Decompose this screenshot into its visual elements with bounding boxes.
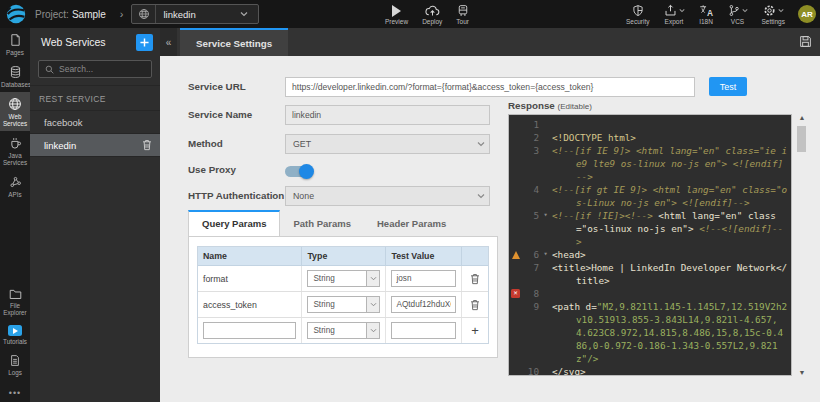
sidebar-item-java-services[interactable]: Java Services — [0, 131, 30, 170]
new-param-name-input[interactable] — [203, 322, 296, 339]
language-icon: A — [699, 4, 714, 17]
sidebar-item-file-explorer[interactable]: File Explorer — [0, 283, 30, 320]
deploy-button[interactable]: Deploy — [415, 0, 449, 28]
tour-button[interactable]: Tour — [449, 0, 476, 28]
search-input[interactable] — [59, 64, 144, 74]
sidebar-item-web-services[interactable]: Web Services — [0, 92, 30, 131]
chevron-down-icon — [679, 8, 685, 13]
service-item-linkedin[interactable]: linkedin — [30, 134, 160, 157]
line-number: 6 — [522, 248, 541, 261]
param-type-select[interactable]: String — [307, 322, 380, 339]
database-icon — [1, 65, 29, 79]
save-icon[interactable] — [799, 35, 812, 48]
gear-icon — [763, 4, 776, 17]
response-label: Response (Editable) — [508, 100, 592, 111]
tab-path-params[interactable]: Path Params — [280, 212, 364, 236]
method-select[interactable]: GET — [285, 134, 490, 154]
code-line: 10</svg> — [509, 365, 791, 376]
params-table-header: Name Type Test Value — [198, 247, 488, 266]
params-table: Name Type Test Value format String — [197, 246, 489, 344]
line-number: 3 — [522, 144, 541, 157]
line-number: 8 — [522, 287, 541, 300]
chevron-down-icon — [366, 297, 379, 312]
editor-scrollbar[interactable]: ▲ ▼ — [796, 114, 808, 376]
branch-icon — [728, 4, 740, 17]
cloud-upload-icon — [425, 4, 440, 17]
delete-row-icon[interactable] — [470, 299, 480, 311]
security-button[interactable]: Security — [619, 4, 656, 25]
chevron-down-icon — [366, 271, 379, 286]
use-proxy-label: Use Proxy — [188, 164, 236, 175]
fold-marker-icon[interactable]: ▾ — [541, 248, 550, 261]
service-name-label: Service Name — [188, 109, 252, 120]
chevron-down-icon — [742, 8, 748, 13]
user-avatar[interactable]: AR — [798, 5, 816, 23]
tab-header-params[interactable]: Header Params — [364, 212, 459, 236]
sidebar-item-databases[interactable]: Databases — [0, 60, 30, 92]
col-type: Type — [302, 247, 386, 265]
tab-query-params[interactable]: Query Params — [188, 210, 280, 236]
sidebar-item-pages[interactable]: Pages — [0, 28, 30, 60]
sidebar-item-apis[interactable]: APIs — [0, 170, 30, 202]
param-row-format: format String — [198, 266, 488, 292]
add-row-icon[interactable]: + — [471, 326, 479, 336]
export-icon — [664, 4, 677, 17]
param-row-access-token: access_token String — [198, 292, 488, 318]
param-type-select[interactable]: String — [307, 270, 380, 287]
code-line: 1 — [509, 118, 791, 131]
scroll-up-icon[interactable]: ▲ — [796, 114, 808, 121]
code-line: 3<!--[if IE 9]> <html lang="en" class="i… — [509, 144, 791, 183]
sidebar-item-logs[interactable]: Logs — [0, 349, 30, 380]
service-selector-value: linkedin — [156, 9, 240, 20]
tab-service-settings[interactable]: Service Settings — [180, 28, 288, 56]
export-button[interactable]: Export — [657, 4, 692, 25]
delete-row-icon[interactable] — [470, 273, 480, 285]
fold-marker-icon[interactable]: ▾ — [541, 209, 550, 222]
i18n-button[interactable]: A I18N — [692, 4, 721, 25]
panel-title: Web Services — [41, 36, 136, 48]
vcs-button[interactable]: VCS — [721, 4, 755, 25]
more-options-icon[interactable]: ••• — [0, 388, 30, 398]
http-auth-select[interactable]: None — [285, 186, 490, 206]
param-type-select[interactable]: String — [307, 296, 380, 313]
preview-button[interactable]: Preview — [378, 0, 415, 28]
param-test-value-input[interactable] — [391, 270, 455, 287]
chevron-down-icon — [240, 11, 258, 17]
delete-service-icon[interactable] — [142, 139, 152, 151]
code-line: 6▾<head> — [509, 248, 791, 261]
line-number: 4 — [522, 183, 541, 196]
wavemaker-logo-icon[interactable] — [5, 3, 27, 25]
error-icon: ✕ — [511, 289, 520, 298]
search-row — [30, 56, 160, 86]
col-name: Name — [198, 247, 302, 265]
settings-button[interactable]: Settings — [755, 4, 793, 25]
response-editor[interactable]: 12<!DOCTYPE html>3<!--[if IE 9]> <html l… — [508, 114, 792, 376]
svg-text:A: A — [706, 7, 712, 17]
scroll-thumb[interactable] — [797, 126, 806, 152]
globe-icon — [132, 5, 156, 23]
param-name: access_token — [198, 292, 302, 317]
page-icon — [1, 33, 29, 47]
service-name-input[interactable] — [285, 105, 490, 125]
collapse-panel-button[interactable]: « — [160, 28, 177, 56]
test-button[interactable]: Test — [709, 77, 747, 96]
param-test-value-input[interactable] — [391, 296, 455, 313]
shield-icon — [632, 4, 644, 17]
params-tabs: Query Params Path Params Header Params — [188, 210, 459, 236]
code-line: 5▾<!--[if !IE]><!--> <html lang="en" cla… — [509, 209, 791, 248]
scroll-down-icon[interactable]: ▼ — [796, 369, 808, 376]
service-selector-dropdown[interactable]: linkedin — [131, 4, 259, 24]
topbar-left: Project:Sample › linkedin — [0, 0, 259, 28]
service-item-facebook[interactable]: facebook — [30, 111, 160, 134]
nodes-icon — [1, 175, 29, 189]
sidebar-item-tutorials[interactable]: Tutorials — [0, 320, 30, 349]
line-number: 9 — [522, 300, 541, 313]
folder-icon — [1, 288, 29, 300]
code-line: 9<path d="M2,9.821l1.145-1.145L7,12.519V… — [509, 300, 791, 365]
new-param-test-value-input[interactable] — [391, 322, 455, 339]
line-number: 2 — [522, 131, 541, 144]
service-url-input[interactable] — [285, 77, 695, 97]
add-service-button[interactable] — [136, 34, 153, 51]
method-label: Method — [188, 138, 223, 149]
use-proxy-toggle[interactable] — [285, 166, 312, 177]
